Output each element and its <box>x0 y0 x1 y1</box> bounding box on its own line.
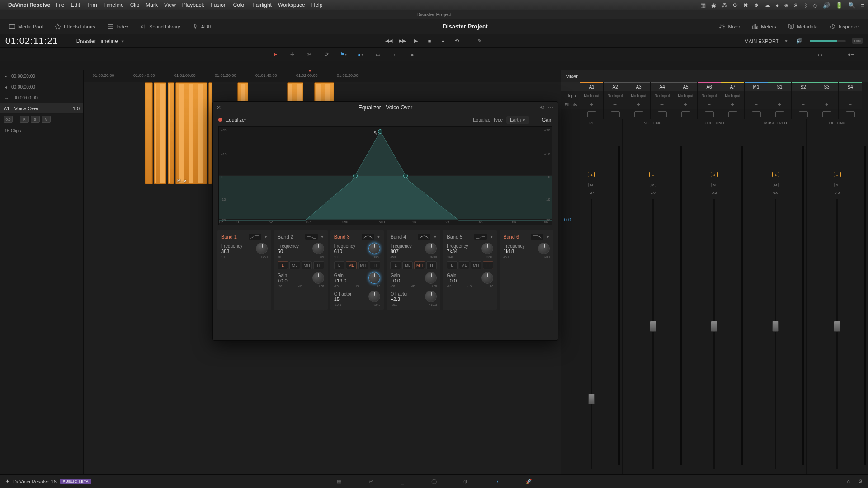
volume-slider[interactable] <box>810 40 846 42</box>
search-icon[interactable]: 🔍 <box>848 2 855 9</box>
mixer-channel-header[interactable]: A7 <box>721 82 744 91</box>
battery-icon[interactable]: 🔋 <box>835 2 843 9</box>
edit-page-icon[interactable]: ⎯ <box>398 477 407 486</box>
mixer-channel-header[interactable]: A3 <box>627 82 650 91</box>
sound-library-button[interactable]: Sound Library <box>136 22 185 32</box>
link-tool-icon[interactable]: ⟳ <box>323 51 330 58</box>
dot-tool-icon[interactable]: ○ <box>392 51 399 58</box>
menu-fusion[interactable]: Fusion <box>211 2 227 8</box>
q-value[interactable]: 15 <box>334 296 366 302</box>
close-icon[interactable]: ✕ <box>217 104 221 111</box>
mixer-channel-header[interactable]: S2 <box>792 82 815 91</box>
freq-value[interactable]: 383 <box>221 249 253 254</box>
range-button[interactable]: H <box>426 261 437 269</box>
freq-value[interactable]: 1k18 <box>503 249 535 254</box>
home-icon[interactable]: ⌂ <box>847 479 850 484</box>
mixer-input-cell[interactable]: No Input <box>674 91 697 100</box>
fader-mute[interactable]: M <box>588 183 594 187</box>
mixer-insert-slot[interactable] <box>721 109 744 119</box>
dur-timecode[interactable]: ↔00:00:00:00 <box>0 92 83 103</box>
mixer-input-cell[interactable] <box>815 91 838 100</box>
range-button[interactable]: L <box>447 261 457 269</box>
fader-handle[interactable] <box>772 321 779 332</box>
dot2-tool-icon[interactable]: ● <box>409 51 416 58</box>
menu-icon[interactable]: ≡ <box>861 2 864 9</box>
fader-track[interactable] <box>652 199 654 469</box>
media-pool-button[interactable]: Media Pool <box>5 22 47 32</box>
mixer-insert-slot[interactable] <box>627 109 650 119</box>
mixer-fader[interactable]: MUSI...EREO1M0.0 <box>745 119 807 474</box>
adr-button[interactable]: ADR <box>188 22 216 32</box>
fader-handle[interactable] <box>834 321 840 332</box>
status-icon[interactable]: ⁂ <box>722 2 727 9</box>
freq-value[interactable]: 7k34 <box>447 249 479 254</box>
status-icon[interactable]: ⟳ <box>733 2 738 9</box>
range-button[interactable]: H <box>370 261 380 269</box>
mixer-input-cell[interactable]: No Input <box>698 91 721 100</box>
range-button[interactable]: ML <box>346 261 356 269</box>
timeline-selector[interactable]: Disaster Timeline▼ <box>76 38 125 44</box>
mixer-input-cell[interactable]: No Input <box>627 91 650 100</box>
fader-solo[interactable]: 1 <box>649 172 656 177</box>
mixer-insert-slot[interactable] <box>580 109 603 119</box>
eq-gain-value[interactable]: 0.0 <box>564 217 571 222</box>
range-button[interactable]: MH <box>358 261 368 269</box>
fairlight-page-icon[interactable]: ♪ <box>493 477 502 486</box>
band-shape-selector[interactable] <box>531 234 543 240</box>
audio-clip[interactable]: M...v <box>175 82 207 184</box>
inspector-button[interactable]: Inspector <box>825 22 863 32</box>
razor-tool-icon[interactable]: ✂ <box>306 51 313 58</box>
freq-knob[interactable] <box>368 243 380 254</box>
freq-knob[interactable] <box>425 243 437 254</box>
metadata-button[interactable]: Metadata <box>783 22 822 32</box>
fader-solo[interactable]: 1 <box>588 172 595 177</box>
cut-page-icon[interactable]: ✂ <box>366 477 375 486</box>
in-timecode[interactable]: ▸00:00:00:00 <box>0 70 83 81</box>
fader-solo[interactable]: 1 <box>834 172 841 177</box>
settings-icon[interactable]: ⚙ <box>858 479 863 484</box>
rewind-button[interactable]: ◀◀ <box>385 38 392 45</box>
mixer-input-cell[interactable]: No Input <box>580 91 603 100</box>
mixer-add-effect[interactable]: + <box>627 100 650 109</box>
color-page-icon[interactable]: ◑ <box>461 477 470 486</box>
range-button[interactable]: L <box>390 261 401 269</box>
mixer-insert-slot[interactable] <box>674 109 697 119</box>
mixer-insert-slot[interactable] <box>604 109 627 119</box>
mixer-add-effect[interactable]: + <box>792 100 815 109</box>
mixer-add-effect[interactable]: + <box>839 100 862 109</box>
mixer-insert-slot[interactable] <box>651 109 674 119</box>
range-button[interactable]: ML <box>289 261 300 269</box>
mixer-add-effect[interactable]: + <box>698 100 721 109</box>
mixer-input-cell[interactable]: No Input <box>721 91 744 100</box>
range-button[interactable]: L <box>278 261 288 269</box>
mixer-channel-header[interactable]: A1 <box>580 82 603 91</box>
app-name[interactable]: DaVinci Resolve <box>8 2 50 8</box>
band-name[interactable]: Band 5 <box>447 234 462 239</box>
mixer-channel-header[interactable]: A6 <box>698 82 721 91</box>
q-knob[interactable] <box>425 291 437 302</box>
effects-library-button[interactable]: Effects Library <box>50 22 100 32</box>
freq-knob[interactable] <box>312 243 324 254</box>
menu-workspace[interactable]: Workspace <box>278 2 305 8</box>
range-button[interactable]: ML <box>459 261 469 269</box>
eq-enable-toggle[interactable] <box>218 118 222 122</box>
band-shape-selector[interactable] <box>362 234 374 240</box>
fader-mute[interactable]: M <box>711 183 717 187</box>
q-value[interactable]: +2.3 <box>390 296 422 302</box>
range-button[interactable]: ML <box>402 261 413 269</box>
menu-trim[interactable]: Trim <box>86 2 97 8</box>
mixer-add-effect[interactable]: + <box>768 100 791 109</box>
menu-playback[interactable]: Playback <box>182 2 204 8</box>
status-icon[interactable]: ✖ <box>743 2 748 9</box>
fader-solo[interactable]: 1 <box>772 172 779 177</box>
track-arm-button[interactable]: R <box>20 116 29 123</box>
band-shape-selector[interactable] <box>418 234 430 240</box>
status-icon[interactable]: ⎈ <box>784 2 788 9</box>
index-button[interactable]: Index <box>103 22 133 32</box>
meters-button[interactable]: Meters <box>747 22 781 32</box>
track-solo-button[interactable]: S <box>31 116 40 123</box>
track-pan[interactable]: 0.0 <box>4 116 13 123</box>
track-header[interactable]: A1 Voice Over 1.0 <box>0 103 83 114</box>
mixer-add-effect[interactable]: + <box>815 100 838 109</box>
flag-tool-icon[interactable]: ⚑▼ <box>340 51 347 58</box>
